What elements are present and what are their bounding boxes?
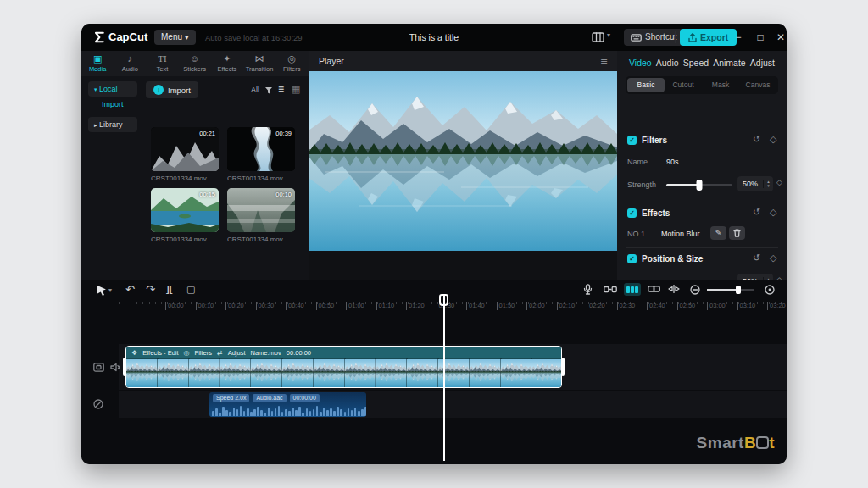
ruler-label: 00:40 [286,302,304,310]
delete-icon[interactable]: ▢ [186,284,195,295]
section-divider [626,247,778,248]
select-tool-icon[interactable] [97,286,107,296]
playhead-handle[interactable] [439,294,448,306]
sidebar-item-local[interactable]: ▾ Local [88,81,137,97]
tab-text[interactable]: TIText [146,51,178,76]
import-button[interactable]: ↓ Import [146,81,198,98]
filters-checkbox[interactable]: ✓ [627,136,637,145]
tab-animate[interactable]: Animate [713,58,746,68]
microphone-icon[interactable] [583,284,593,295]
mirror-icon[interactable] [668,285,680,293]
sidebar-item-library[interactable]: ▸ Library [88,117,137,132]
playhead-line[interactable] [443,295,445,461]
clip-effects-label[interactable]: Effects - Edit [142,349,178,357]
clip-frame-thumbnail [376,359,407,388]
locate-playhead-icon[interactable] [765,285,775,295]
keyboard-icon [631,34,642,42]
edit-pencil-button[interactable]: ✎ [710,226,726,240]
properties-tabs: Video Audio Speed Animate Adjust [629,58,775,68]
clip-filters-label[interactable]: Filters [195,349,212,357]
subtab-cutout[interactable]: Cutout [665,78,702,92]
clip-file-name: Name.mov [251,349,281,357]
link-icon[interactable] [648,286,660,292]
split-icon[interactable]: ][ [166,284,172,294]
media-tabstrip: ▣Media ♪Audio TIText ☺Stickers ✦Effects … [81,51,309,76]
close-button[interactable]: ✕ [773,31,787,43]
video-track-icon[interactable] [93,363,104,372]
tab-adjust[interactable]: Adjust [750,58,775,68]
tab-audio-props[interactable]: Audio [656,58,679,68]
stepper-arrows[interactable]: ▴▾ [763,180,773,188]
media-item-thumbnail[interactable]: 00:39 [227,127,295,171]
keyframe-diamond-icon[interactable]: ◇ [770,252,776,263]
redo-icon[interactable]: ↷ [146,283,155,296]
timeline-panel: ▾ ↶ ↷ ][ ▢ 00:0000:1000:2000:3000:4000:5… [81,280,787,464]
preview-axis-toggle[interactable] [624,283,641,296]
zoom-out-icon[interactable] [690,285,700,295]
media-item-thumbnail[interactable]: 00:21 [151,127,219,171]
tool-chevron-icon[interactable]: ▾ [108,286,112,294]
video-preview[interactable] [309,71,617,251]
tab-speed[interactable]: Speed [683,58,709,68]
media-item-thumbnail[interactable]: 00:15 [151,188,219,232]
timeline-zoom-slider[interactable] [707,289,754,291]
keyframe-diamond-icon[interactable]: ◇ [770,134,776,145]
layout-chevron-icon[interactable]: ▾ [607,31,610,39]
reset-icon[interactable]: ↺ [753,207,760,218]
media-icon: ▣ [81,53,114,64]
collapse-dash-icon[interactable]: – [712,253,715,261]
tab-media[interactable]: ▣Media [81,51,114,76]
audio-track-icon[interactable] [93,399,103,409]
position-size-checkbox[interactable]: ✓ [627,254,637,263]
sticker-icon: ☺ [179,53,211,64]
minimize-button[interactable]: − [731,31,746,43]
zoom-slider-handle[interactable] [736,286,741,294]
clip-frame-thumbnail [282,359,314,388]
subtab-mask[interactable]: Mask [702,78,739,92]
audio-clip[interactable]: Speed 2.0x Audio.aac 00:00:00 [209,392,366,417]
audio-note-icon: ♪ [114,53,146,64]
tab-audio[interactable]: ♪Audio [114,51,146,76]
maximize-button[interactable]: □ [753,31,768,43]
tab-filters[interactable]: ◎Filters [275,51,308,76]
subtab-canvas[interactable]: Canvas [739,78,776,92]
filter-funnel-icon[interactable] [264,86,273,95]
reset-icon[interactable]: ↺ [753,252,760,263]
strength-slider[interactable] [666,184,732,186]
ripple-snap-icon[interactable] [604,286,617,293]
title-bar: CapCut Menu ▾ Auto save local at 16:30:2… [81,24,787,51]
clip-trim-handle-left[interactable] [123,358,126,376]
mute-speaker-icon[interactable] [110,363,120,372]
zoom-value-box[interactable]: 50%▴▾ [737,274,773,280]
tab-stickers[interactable]: ☺Stickers [179,51,211,76]
strength-value-box[interactable]: 50%▴▾ [737,176,773,191]
delete-trash-button[interactable] [729,226,745,240]
timeline-ruler[interactable]: 00:0000:1000:2000:3000:4000:5001:0001:10… [119,300,787,312]
tab-transition[interactable]: ⋈Transition [243,51,275,76]
sidebar-item-import[interactable]: Import [102,100,124,108]
subtab-basic[interactable]: Basic [627,78,665,92]
ruler-label: 02:30 [617,302,636,310]
media-item-thumbnail[interactable]: 00:10 [227,188,295,232]
player-menu-icon[interactable]: ≣ [600,55,608,66]
trash-icon [733,229,741,237]
effects-checkbox[interactable]: ✓ [627,208,637,218]
list-view-icon[interactable]: ≡ [278,83,284,95]
tab-video[interactable]: Video [629,58,652,68]
undo-icon[interactable]: ↶ [125,283,135,296]
ruler-label: 02:00 [526,302,545,310]
keyframe-diamond-icon[interactable]: ◇ [770,207,776,218]
keyframe-diamond-icon[interactable]: ◇ [776,178,782,186]
tab-effects[interactable]: ✦Effects [211,51,243,76]
clip-adjust-label[interactable]: Adjust [228,349,246,357]
clip-trim-handle-right[interactable] [561,358,565,376]
layout-icon[interactable] [592,32,604,42]
reset-icon[interactable]: ↺ [753,134,760,145]
selected-video-clip[interactable]: ❖ Effects - Edit ◎ Filters ⇄ Adjust Name… [125,346,562,388]
clip-frame-thumbnail [158,359,189,388]
export-button[interactable]: Export [680,29,737,46]
media-item-name: CRST001334.mov [227,175,298,182]
filter-all-label[interactable]: All [251,86,259,94]
strength-label: Strength [627,180,656,189]
grid-view-icon[interactable]: ▦ [292,84,300,95]
